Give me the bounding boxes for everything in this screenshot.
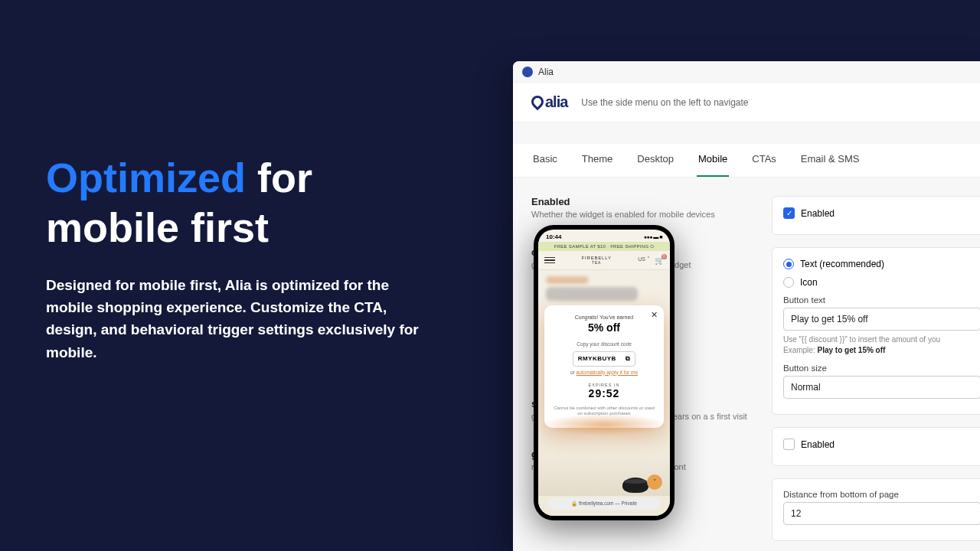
hint-example-label: Example: — [783, 346, 817, 354]
discount-code: RMYKBUYB — [578, 355, 616, 362]
button-size-select[interactable] — [783, 376, 980, 399]
popup-copy-label: Copy your discount code — [552, 341, 656, 347]
teacup-graphic — [622, 478, 648, 493]
controls-column: ✓ Enabled Text (recommended) Icon Button… — [772, 196, 980, 551]
settings-tabs: Basic Theme Desktop Mobile CTAs Email & … — [513, 144, 980, 178]
phone-status-bar: 10:44 ●●● ▬ ■ — [538, 230, 670, 242]
button-text-label: Button text — [783, 295, 980, 305]
button-settings-card: Text (recommended) Icon Button text Use … — [772, 247, 980, 415]
popup-glow — [541, 414, 668, 435]
auto-apply-link[interactable]: automatically apply it for me — [577, 370, 639, 375]
widget-fab[interactable]: ˅ — [647, 474, 662, 490]
copy-icon[interactable]: ⧉ — [626, 355, 631, 363]
button-type-icon-radio[interactable] — [783, 277, 794, 288]
blurred-bg-1 — [546, 276, 589, 284]
tab-desktop[interactable]: Desktop — [635, 144, 675, 177]
hero-title: Optimized for mobile first — [46, 153, 429, 253]
phone-mockup: 10:44 ●●● ▬ ■ FREE SAMPLE AT $10 · FREE … — [534, 225, 675, 520]
popup-or-line: or automatically apply it for me — [552, 370, 656, 375]
alia-logo: alia — [531, 93, 567, 111]
nav-right: US ˅ 🛒0 — [638, 256, 664, 265]
tab-mobile[interactable]: Mobile — [697, 144, 729, 177]
phone-nav: FIREBELLY TEA US ˅ 🛒0 — [538, 251, 670, 270]
section-enabled: Enabled Whether the widget is enabled fo… — [531, 196, 752, 220]
cart-icon[interactable]: 🛒0 — [655, 256, 664, 265]
window-app-icon — [522, 67, 533, 77]
phone-screen: 10:44 ●●● ▬ ■ FREE SAMPLE AT $10 · FREE … — [538, 230, 670, 516]
tab-email-sms[interactable]: Email & SMS — [799, 144, 861, 177]
expires-time: 29:52 — [552, 387, 656, 399]
widget-position-card: Distance from bottom of page — [772, 478, 980, 541]
enabled-checkbox-label: Enabled — [801, 208, 835, 219]
app-header: alia Use the side menu on the left to na… — [513, 83, 980, 122]
window-title: Alia — [538, 67, 554, 77]
phone-body: ✕ Congrats! You've earned 5% off Copy yo… — [538, 270, 670, 516]
close-icon[interactable]: ✕ — [651, 310, 658, 320]
phone-time: 10:44 — [546, 233, 561, 240]
button-type-text-label: Text (recommended) — [800, 259, 884, 269]
cart-badge: 0 — [662, 254, 667, 259]
button-size-label: Button size — [783, 364, 980, 373]
bubble-enabled-checkbox[interactable] — [783, 439, 795, 450]
section-enabled-desc: Whether the widget is enabled for mobile… — [531, 209, 752, 220]
button-text-hint: Use "{{ discount }}" to insert the amoun… — [783, 334, 980, 356]
enabled-checkbox[interactable]: ✓ — [783, 207, 795, 219]
reward-popup: ✕ Congrats! You've earned 5% off Copy yo… — [544, 305, 664, 428]
button-type-icon-label: Icon — [800, 277, 818, 288]
bubble-settings-card: Enabled — [772, 427, 980, 466]
discount-code-box[interactable]: RMYKBUYB ⧉ — [573, 351, 636, 367]
section-enabled-title: Enabled — [531, 196, 752, 207]
brand-block: FIREBELLY TEA — [582, 256, 612, 265]
hamburger-icon[interactable] — [544, 257, 555, 264]
popup-discount: 5% off — [552, 321, 656, 334]
phone-status-icons: ●●● ▬ ■ — [644, 234, 662, 240]
tab-ctas[interactable]: CTAs — [750, 144, 778, 177]
hint-example: Play to get 15% off — [817, 346, 885, 354]
hero-body: Designed for mobile first, Alia is optim… — [46, 274, 429, 364]
brand-name-bottom: TEA — [582, 260, 612, 265]
hero: Optimized for mobile first Designed for … — [46, 153, 429, 364]
hint-pre: Use "{{ discount }}" to insert the amoun… — [783, 335, 940, 344]
header-help-text: Use the side menu on the left to navigat… — [581, 97, 748, 108]
distance-input[interactable] — [783, 502, 980, 525]
button-type-text-radio[interactable] — [783, 259, 794, 269]
tab-theme[interactable]: Theme — [580, 144, 614, 177]
hero-highlight: Optimized — [46, 155, 246, 201]
phone-promo-banner: FREE SAMPLE AT $10 · FREE SHIPPING O — [538, 242, 670, 251]
blurred-bg-2 — [546, 287, 638, 301]
window-titlebar: Alia — [513, 61, 980, 83]
popup-congrats: Congrats! You've earned — [552, 315, 656, 320]
locale-selector[interactable]: US ˅ — [638, 256, 650, 265]
tab-basic[interactable]: Basic — [531, 144, 559, 177]
button-text-input[interactable] — [783, 308, 980, 331]
distance-label: Distance from bottom of page — [783, 490, 980, 499]
url-bar: 🔒 firebellytea.com — Private — [547, 497, 661, 510]
bubble-enabled-label: Enabled — [801, 439, 835, 450]
enabled-card: ✓ Enabled — [772, 196, 980, 235]
